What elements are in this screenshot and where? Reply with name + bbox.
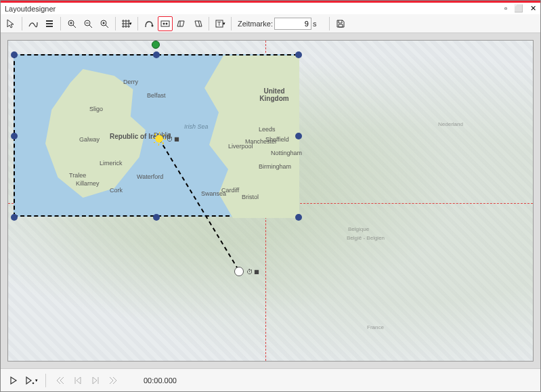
timemark-unit: s: [313, 20, 317, 28]
zoom-out-icon[interactable]: [81, 16, 95, 31]
svg-point-21: [163, 22, 165, 24]
play-step-icon[interactable]: ▾: [24, 373, 39, 388]
titlebar: Layoutdesigner ▫ ⬜ ✕: [1, 1, 540, 14]
design-canvas[interactable]: Nederland Belgique België - Belgien Fran…: [7, 40, 534, 362]
minimize-icon[interactable]: ▫: [504, 4, 507, 13]
svg-point-22: [166, 22, 168, 24]
toolbar-separator: [329, 17, 330, 30]
save-icon[interactable]: [333, 16, 348, 31]
maximize-icon[interactable]: ⬜: [514, 4, 523, 13]
step-forward-icon: [88, 373, 103, 388]
toolbar-separator: [231, 17, 232, 30]
path-tool-icon[interactable]: [142, 16, 156, 31]
toolbar-separator: [115, 17, 116, 30]
keyframe-rect-tool-icon[interactable]: [158, 16, 173, 31]
keyframe-start-marker[interactable]: [154, 134, 164, 144]
zoom-in-icon[interactable]: [64, 16, 79, 31]
curve-tool-icon[interactable]: [26, 16, 41, 31]
svg-rect-0: [46, 20, 53, 22]
keyframe-start-icons: ⏱⏹: [167, 135, 180, 143]
timecode-display: 00:00.000: [144, 376, 177, 385]
toolbar-separator: [209, 17, 209, 30]
svg-line-25: [159, 139, 239, 271]
step-back-icon: [70, 373, 85, 388]
toolbar-separator: [137, 17, 138, 30]
fast-forward-icon: [106, 373, 121, 388]
motion-path[interactable]: [8, 41, 534, 362]
playback-bar: ▾ 00:00.000: [1, 368, 540, 391]
playback-separator: [45, 374, 46, 387]
align-tool-icon[interactable]: [42, 16, 57, 31]
window-title: Layoutdesigner: [5, 5, 56, 13]
toolbar-separator: [22, 17, 22, 30]
timemark-input[interactable]: [274, 18, 311, 30]
close-icon[interactable]: ✕: [530, 4, 536, 13]
svg-line-8: [89, 25, 92, 28]
text-tool-icon[interactable]: T▾: [213, 16, 228, 31]
canvas-wrap: Nederland Belgique België - Belgien Fran…: [1, 33, 540, 368]
rewind-icon: [53, 373, 68, 388]
svg-rect-1: [46, 23, 53, 24]
skew-left-icon[interactable]: [174, 16, 189, 31]
svg-line-4: [73, 25, 76, 28]
select-tool-icon[interactable]: [3, 16, 18, 31]
svg-point-26: [32, 382, 34, 384]
window-controls: ▫ ⬜ ✕: [504, 4, 536, 13]
svg-line-11: [106, 25, 108, 28]
svg-point-19: [152, 24, 154, 26]
zoom-fit-icon[interactable]: [97, 16, 112, 31]
grid-tool-icon[interactable]: ▾: [119, 16, 134, 31]
main-toolbar: ▾ T▾ Zeitmarke: s: [1, 14, 540, 33]
svg-rect-20: [161, 21, 169, 26]
play-icon[interactable]: [6, 373, 21, 388]
keyframe-end-icons: ⏱⏹: [246, 268, 260, 276]
app-window: Layoutdesigner ▫ ⬜ ✕ ▾ T▾ Zeitmarke: s: [0, 0, 541, 392]
skew-right-icon[interactable]: [190, 16, 205, 31]
toolbar-separator: [60, 17, 61, 30]
timemark-label: Zeitmarke:: [238, 20, 273, 28]
svg-point-12: [103, 22, 105, 24]
svg-text:T: T: [217, 20, 221, 27]
keyframe-end-marker[interactable]: [234, 267, 244, 276]
svg-rect-2: [46, 26, 53, 27]
